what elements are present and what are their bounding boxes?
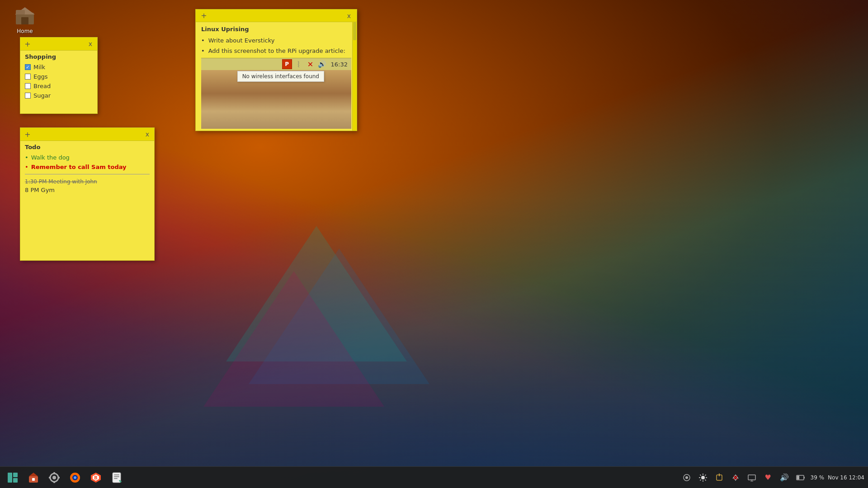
brightness-taskbar-icon[interactable]	[697, 471, 709, 484]
svg-line-40	[700, 479, 701, 480]
bluetooth-icon[interactable]: ⦚	[294, 59, 304, 69]
list-item: Sugar	[25, 92, 93, 99]
shopping-note-close-btn[interactable]: x	[86, 40, 94, 48]
network-x-icon[interactable]: ✕	[306, 59, 316, 69]
heart-icon[interactable]: ♥	[762, 471, 774, 484]
todo-note-close-btn[interactable]: x	[143, 130, 151, 138]
main-note-content: Write about Eversticky Add this screensh…	[196, 35, 357, 131]
rpi-item: Add this screenshot to the RPi upgrade a…	[208, 47, 345, 54]
milk-label: Milk	[33, 64, 45, 70]
taskbar-datetime: Nov 16 12:04	[828, 474, 864, 481]
svg-rect-28	[114, 478, 118, 479]
software-taskbar-icon[interactable]	[24, 469, 42, 487]
shopping-note-content: Milk Eggs Bread Sugar	[20, 62, 97, 113]
svg-rect-50	[804, 477, 805, 479]
list-item: 8 PM Gym	[25, 187, 150, 193]
sugar-checkbox[interactable]	[25, 93, 31, 99]
screen-taskbar-icon[interactable]	[745, 471, 758, 484]
todo-note-content: • Walk the dog • Remember to call Sam to…	[20, 152, 154, 260]
svg-rect-16	[53, 481, 55, 483]
todo-divider	[25, 174, 150, 174]
eggs-checkbox[interactable]	[25, 74, 31, 80]
svg-rect-7	[8, 473, 12, 483]
svg-rect-45	[748, 475, 755, 480]
main-note-close-btn[interactable]: x	[345, 12, 353, 20]
svg-point-14	[52, 476, 56, 479]
p-app-icon[interactable]: P	[282, 59, 292, 69]
home-folder-icon	[14, 5, 36, 26]
svg-line-37	[700, 474, 701, 475]
brave-taskbar-icon[interactable]: B	[87, 469, 105, 487]
desktop-decoration	[181, 226, 452, 452]
svg-rect-8	[13, 473, 18, 477]
meeting-label: 1:30 PM Meeting with John	[25, 178, 97, 185]
svg-point-21	[74, 476, 76, 479]
shopping-note-header: + x	[20, 38, 97, 51]
svg-rect-18	[58, 477, 60, 479]
svg-point-31	[685, 476, 688, 479]
svg-rect-5	[16, 10, 25, 14]
battery-percentage: 39 %	[811, 474, 825, 481]
list-item: • Walk the dog	[25, 154, 150, 161]
list-item: Milk	[25, 64, 93, 70]
walk-dog-label: Walk the dog	[31, 154, 70, 161]
svg-rect-9	[13, 478, 18, 483]
milk-checkbox[interactable]	[25, 64, 31, 70]
svg-rect-27	[114, 476, 119, 477]
svg-line-38	[705, 479, 706, 480]
todo-note-title: Todo	[20, 141, 154, 152]
list-item: Eggs	[25, 73, 93, 80]
weather-taskbar-icon[interactable]	[680, 471, 693, 484]
list-item: 1:30 PM Meeting with John	[25, 178, 150, 185]
todo-note-header: + x	[20, 128, 154, 141]
list-item: • Remember to call Sam today	[25, 164, 150, 170]
svg-rect-17	[49, 477, 51, 479]
wireless-tooltip: No wireless interfaces found	[237, 71, 324, 82]
taskbar-apps: B	[4, 469, 126, 487]
main-note-title: Linux Uprising	[196, 22, 357, 35]
eversticky-item: Write about Eversticky	[208, 37, 275, 44]
settings-taskbar-icon[interactable]	[45, 469, 63, 487]
svg-rect-15	[53, 472, 55, 474]
sugar-label: Sugar	[33, 92, 51, 99]
inner-clock: 16:32	[331, 61, 348, 68]
svg-rect-51	[797, 476, 799, 479]
firefox-taskbar-icon[interactable]	[66, 469, 84, 487]
bread-checkbox[interactable]	[25, 83, 31, 89]
call-sam-label: Remember to call Sam today	[31, 164, 127, 170]
svg-rect-6	[21, 17, 28, 24]
eggs-label: Eggs	[33, 73, 48, 80]
files-taskbar-icon[interactable]	[4, 469, 22, 487]
taskbar-right: ♥ 🔊 39 % Nov 16 12:04	[680, 471, 864, 484]
volume-icon[interactable]: 🔊	[317, 59, 327, 69]
volume-taskbar-icon[interactable]: 🔊	[778, 471, 791, 484]
screenshot-area: P ⦚ ✕ 🔊 16:32 No wireless interfaces fou…	[201, 58, 351, 129]
shopping-note-add-btn[interactable]: +	[23, 39, 32, 48]
main-note: + x Linux Uprising Write about Everstick…	[195, 9, 357, 131]
bread-label: Bread	[33, 83, 51, 89]
home-desktop-icon[interactable]: Home	[7, 5, 43, 34]
main-note-header: + x	[196, 9, 357, 22]
main-note-add-btn[interactable]: +	[199, 11, 208, 20]
gym-label: 8 PM Gym	[25, 187, 55, 193]
list-item: Bread	[25, 83, 93, 89]
list-item: Add this screenshot to the RPi upgrade a…	[201, 47, 351, 54]
shopping-note: + x Shopping Milk Eggs Bread Sugar	[20, 37, 98, 114]
taskbar: B	[0, 466, 868, 488]
todo-note-add-btn[interactable]: +	[23, 130, 32, 139]
todo-note: + x Todo • Walk the dog • Remember to ca…	[20, 127, 155, 261]
battery-taskbar-icon[interactable]	[794, 471, 807, 484]
svg-marker-11	[29, 473, 38, 476]
svg-rect-12	[32, 478, 35, 481]
network-taskbar-icon[interactable]	[729, 471, 742, 484]
main-note-scrollbar[interactable]	[352, 22, 357, 131]
svg-point-32	[701, 476, 705, 479]
svg-text:B: B	[94, 475, 98, 480]
power-manager-icon[interactable]	[713, 471, 726, 484]
svg-rect-26	[114, 474, 119, 475]
list-item: Write about Eversticky	[201, 37, 351, 44]
inner-taskbar: P ⦚ ✕ 🔊 16:32 No wireless interfaces fou…	[201, 58, 351, 70]
text-editor-taskbar-icon[interactable]	[108, 469, 126, 487]
scrollbar-thumb	[353, 22, 356, 40]
shopping-note-title: Shopping	[20, 51, 97, 62]
